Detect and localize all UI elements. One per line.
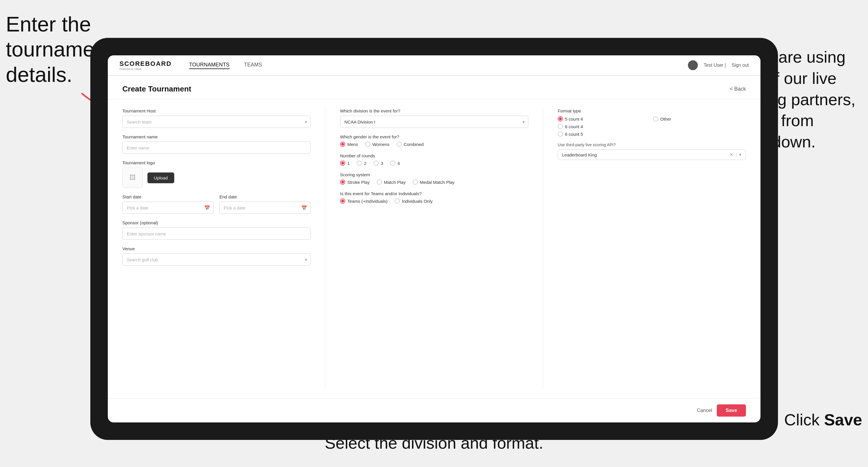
form-right-col: Format type 5 count 4 Other — [543, 108, 746, 390]
format-6count4-radio[interactable] — [558, 124, 563, 129]
end-date-wrapper: 📅 — [219, 201, 311, 214]
nav-logo-sub: Powered by Clippit — [120, 68, 172, 70]
format-label: Format type — [558, 108, 746, 113]
sponsor-input[interactable] — [122, 227, 311, 240]
annotation-click-save-bold: Save — [824, 410, 862, 429]
nav-avatar — [688, 60, 698, 70]
round-1-label: 1 — [347, 161, 350, 166]
teams-plus-label: Teams (+Individuals) — [347, 199, 388, 204]
format-6count4[interactable]: 6 count 4 — [558, 124, 651, 129]
gender-womens[interactable]: Womens — [365, 142, 390, 147]
gender-group: Which gender is the event for? Mens Wome… — [340, 134, 528, 147]
scoring-stroke[interactable]: Stroke Play — [340, 180, 370, 185]
calendar-icon: 📅 — [204, 205, 210, 211]
round-1-radio[interactable] — [340, 160, 345, 166]
round-2-label: 2 — [364, 161, 366, 166]
format-6count5-radio[interactable] — [558, 131, 563, 137]
image-icon: 🖼 — [129, 174, 136, 182]
teams-plus[interactable]: Teams (+Individuals) — [340, 198, 388, 204]
division-select[interactable] — [340, 116, 528, 128]
division-label: Which division is the event for? — [340, 108, 528, 113]
tablet-screen: SCOREBOARD Powered by Clippit TOURNAMENT… — [108, 55, 761, 423]
tournament-logo-label: Tournament logo — [122, 160, 311, 165]
format-5count4[interactable]: 5 count 4 — [558, 116, 651, 122]
venue-input-wrapper: ▾ — [122, 253, 311, 266]
live-scoring-dropdown-icon[interactable]: ▾ — [739, 152, 742, 157]
start-date-input[interactable] — [122, 201, 214, 214]
nav-logo: SCOREBOARD Powered by Clippit — [120, 60, 172, 70]
scoring-medal-match-radio[interactable] — [412, 180, 418, 185]
teams-label: Is this event for Teams and/or Individua… — [340, 191, 528, 196]
tournament-host-label: Tournament Host — [122, 108, 311, 113]
form-footer: Cancel Save — [108, 398, 761, 423]
rounds-radio-group: 1 2 3 4 — [340, 160, 528, 166]
teams-plus-radio[interactable] — [340, 198, 345, 204]
live-scoring-clear[interactable]: ✕ — [730, 152, 733, 157]
nav-link-tournaments[interactable]: TOURNAMENTS — [189, 62, 229, 69]
scoring-radio-group: Stroke Play Match Play Medal Match Play — [340, 180, 528, 185]
form-left-col: Tournament Host ▾ Tournament name Tourna… — [122, 108, 325, 390]
nav-user: Test User | — [704, 63, 726, 68]
nav-signout[interactable]: Sign out — [732, 63, 749, 68]
tournament-name-group: Tournament name — [122, 134, 311, 154]
back-button[interactable]: < Back — [730, 86, 746, 92]
round-4[interactable]: 4 — [390, 160, 400, 166]
format-section: Format type 5 count 4 Other — [558, 108, 746, 137]
format-5count4-radio[interactable] — [558, 116, 563, 122]
round-1[interactable]: 1 — [340, 160, 350, 166]
form-body: Tournament Host ▾ Tournament name Tourna… — [108, 100, 761, 398]
round-2-radio[interactable] — [356, 160, 362, 166]
gender-mens-radio[interactable] — [340, 142, 345, 147]
sponsor-group: Sponsor (optional) — [122, 220, 311, 240]
rounds-group: Number of rounds 1 2 3 — [340, 153, 528, 166]
nav-right: Test User | Sign out — [688, 60, 749, 70]
gender-combined[interactable]: Combined — [397, 142, 424, 147]
round-3-label: 3 — [381, 161, 383, 166]
tournament-name-input[interactable] — [122, 142, 311, 154]
round-4-label: 4 — [397, 161, 400, 166]
cancel-button[interactable]: Cancel — [697, 408, 712, 413]
individuals-only-label: Individuals Only — [402, 199, 433, 204]
live-scoring-section: Use third-party live scoring API? Leader… — [558, 143, 746, 160]
round-3-radio[interactable] — [374, 160, 379, 166]
format-other[interactable]: Other — [653, 116, 746, 122]
scoring-label: Scoring system — [340, 172, 528, 177]
logo-upload-area: 🖼 Upload — [122, 167, 311, 188]
individuals-only[interactable]: Individuals Only — [395, 198, 433, 204]
format-6count5[interactable]: 6 count 5 — [558, 131, 651, 137]
round-2[interactable]: 2 — [356, 160, 366, 166]
live-scoring-select[interactable]: Leaderboard King ✕ | ▾ — [558, 150, 746, 160]
division-select-wrapper: ▾ — [340, 116, 528, 128]
nav-bar: SCOREBOARD Powered by Clippit TOURNAMENT… — [108, 55, 761, 76]
gender-mens[interactable]: Mens — [340, 142, 358, 147]
format-6count4-label: 6 count 4 — [565, 124, 583, 129]
nav-link-teams[interactable]: TEAMS — [244, 62, 262, 69]
gender-womens-label: Womens — [372, 142, 390, 147]
gender-combined-radio[interactable] — [397, 142, 402, 147]
live-scoring-label: Use third-party live scoring API? — [558, 143, 746, 147]
save-button[interactable]: Save — [717, 404, 746, 416]
live-scoring-divider: | — [736, 152, 737, 157]
teams-radio-group: Teams (+Individuals) Individuals Only — [340, 198, 528, 204]
scoring-match-radio[interactable] — [377, 180, 382, 185]
scoring-stroke-radio[interactable] — [340, 180, 345, 185]
round-4-radio[interactable] — [390, 160, 395, 166]
gender-label: Which gender is the event for? — [340, 134, 528, 139]
scoring-medal-match[interactable]: Medal Match Play — [412, 180, 455, 185]
tournament-host-input[interactable] — [122, 116, 311, 128]
venue-input[interactable] — [122, 253, 311, 266]
division-group: Which division is the event for? ▾ — [340, 108, 528, 128]
gender-combined-label: Combined — [404, 142, 424, 147]
end-date-input[interactable] — [219, 201, 311, 214]
gender-womens-radio[interactable] — [365, 142, 370, 147]
format-6count5-label: 6 count 5 — [565, 132, 583, 137]
scoring-group: Scoring system Stroke Play Match Play — [340, 172, 528, 185]
scoring-match-label: Match Play — [384, 180, 406, 185]
upload-button[interactable]: Upload — [148, 173, 174, 183]
round-3[interactable]: 3 — [374, 160, 383, 166]
format-other-radio[interactable] — [653, 116, 658, 122]
scoring-match[interactable]: Match Play — [377, 180, 406, 185]
venue-group: Venue ▾ — [122, 246, 311, 266]
individuals-only-radio[interactable] — [395, 198, 400, 204]
sponsor-label: Sponsor (optional) — [122, 220, 311, 225]
